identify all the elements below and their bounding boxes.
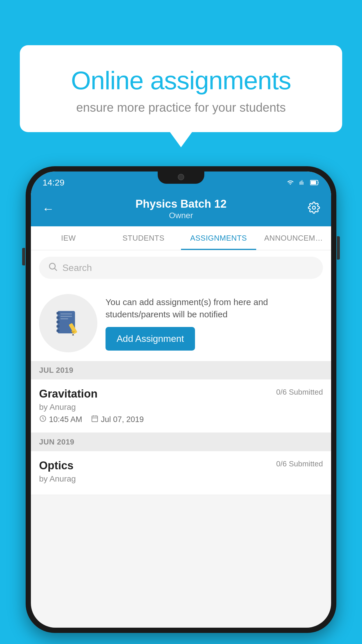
search-bar[interactable]: Search — [39, 257, 323, 279]
status-icons — [286, 179, 319, 186]
phone-notch — [158, 172, 204, 184]
search-icon — [48, 262, 58, 274]
header-subtitle: Owner — [136, 211, 227, 220]
tab-assignments[interactable]: ASSIGNMENTS — [181, 226, 256, 250]
svg-rect-18 — [92, 416, 98, 422]
svg-marker-16 — [72, 334, 74, 335]
svg-rect-6 — [57, 312, 59, 314]
assignment-header-optics: Optics 0/6 Submitted — [39, 459, 323, 472]
svg-rect-9 — [57, 325, 59, 328]
tabs-bar: IEW STUDENTS ASSIGNMENTS ANNOUNCEM… — [31, 226, 331, 250]
signal-icon — [298, 179, 307, 186]
month-separator-jun: JUN 2019 — [31, 433, 331, 451]
calendar-icon — [91, 415, 99, 424]
side-button-right — [337, 236, 340, 260]
svg-point-2 — [312, 206, 316, 209]
assignment-title-optics: Optics — [39, 459, 73, 472]
side-button-left — [22, 248, 25, 265]
app-header: ← Physics Batch 12 Owner — [31, 191, 331, 226]
phone-mockup: 14:29 ← — [26, 166, 336, 633]
header-title-block: Physics Batch 12 Owner — [136, 198, 227, 220]
speech-bubble-subtitle: ensure more practice for your students — [43, 101, 319, 115]
promo-icon-circle — [39, 294, 97, 352]
header-title: Physics Batch 12 — [136, 198, 227, 210]
search-container: Search — [31, 250, 331, 285]
phone-screen: 14:29 ← — [31, 172, 331, 628]
promo-section: You can add assignment(s) from here and … — [31, 285, 331, 361]
svg-point-3 — [50, 263, 55, 269]
notebook-icon — [54, 309, 83, 338]
assignment-meta-gravitation: 10:45 AM Jul 07, 201 — [39, 415, 323, 424]
svg-rect-10 — [57, 330, 59, 332]
clock-icon — [39, 415, 47, 424]
assignment-time-gravitation: 10:45 AM — [39, 415, 82, 424]
assignment-item-gravitation[interactable]: Gravitation 0/6 Submitted by Anurag — [31, 379, 331, 433]
assignment-submitted-optics: 0/6 Submitted — [276, 459, 323, 468]
svg-rect-7 — [57, 316, 59, 319]
phone-camera — [178, 174, 184, 180]
assignment-submitted-gravitation: 0/6 Submitted — [276, 388, 323, 397]
svg-rect-12 — [60, 316, 72, 317]
speech-bubble-container: Online assignments ensure more practice … — [20, 45, 342, 132]
phone-outer: 14:29 ← — [26, 166, 336, 633]
svg-rect-1 — [311, 181, 316, 184]
assignment-date-gravitation: Jul 07, 2019 — [91, 415, 144, 424]
back-button[interactable]: ← — [42, 202, 54, 216]
promo-text-block: You can add assignment(s) from here and … — [106, 296, 323, 351]
screen-content: Search — [31, 250, 331, 495]
svg-line-4 — [55, 268, 57, 271]
month-separator-jul: JUL 2019 — [31, 361, 331, 379]
assignment-header-gravitation: Gravitation 0/6 Submitted — [39, 388, 323, 400]
gear-icon — [308, 202, 320, 214]
svg-rect-13 — [60, 318, 68, 319]
svg-rect-11 — [60, 314, 72, 314]
wifi-icon — [286, 179, 295, 186]
assignment-item-optics[interactable]: Optics 0/6 Submitted by Anurag — [31, 451, 331, 495]
battery-icon — [310, 179, 319, 186]
assignment-author-gravitation: by Anurag — [39, 402, 323, 412]
tab-iew[interactable]: IEW — [31, 226, 106, 250]
speech-bubble: Online assignments ensure more practice … — [20, 45, 342, 132]
speech-bubble-title: Online assignments — [43, 66, 319, 95]
tab-students[interactable]: STUDENTS — [106, 226, 181, 250]
svg-rect-8 — [57, 321, 59, 323]
status-time: 14:29 — [43, 178, 64, 188]
settings-button[interactable] — [308, 202, 320, 216]
search-input-placeholder: Search — [62, 262, 92, 273]
promo-description: You can add assignment(s) from here and … — [106, 296, 323, 321]
add-assignment-button[interactable]: Add Assignment — [106, 327, 195, 351]
assignment-author-optics: by Anurag — [39, 474, 323, 484]
tab-announcements[interactable]: ANNOUNCEM… — [256, 226, 331, 250]
assignment-title-gravitation: Gravitation — [39, 388, 98, 400]
